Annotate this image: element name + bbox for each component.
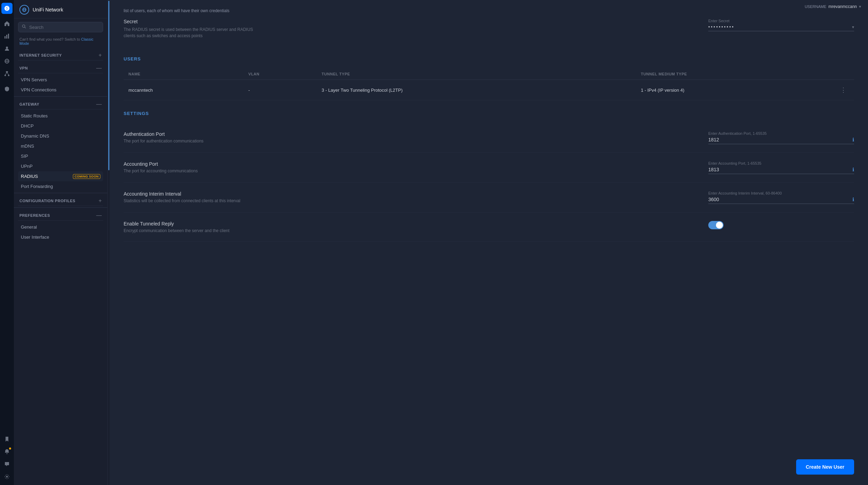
internet-security-expand-icon[interactable]: + xyxy=(99,52,102,58)
row-actions: ⋮ xyxy=(833,80,854,100)
preferences-collapse-icon[interactable]: — xyxy=(96,213,102,218)
col-actions xyxy=(833,68,854,80)
sidebar-header: UniFi Network xyxy=(14,0,107,18)
accounting-port-info-icon[interactable]: ℹ xyxy=(852,167,854,172)
sidebar-item-upnp[interactable]: UPnP xyxy=(18,161,103,171)
sidebar-item-dynamic-dns[interactable]: Dynamic DNS xyxy=(18,131,103,141)
vpn-connections-label: VPN Connections xyxy=(21,87,57,92)
sidebar-item-port-forwarding[interactable]: Port Forwarding xyxy=(18,181,103,191)
accounting-interval-info-icon[interactable]: ℹ xyxy=(852,197,854,202)
sidebar-content: INTERNET SECURITY + VPN — VPN Servers VP… xyxy=(14,49,107,485)
tunneled-reply-toggle[interactable] xyxy=(708,221,724,229)
sidebar-item-sip[interactable]: SIP xyxy=(18,151,103,161)
accounting-port-input[interactable] xyxy=(708,167,852,172)
nav-bookmarks-icon[interactable] xyxy=(1,434,12,445)
user-chevron[interactable]: ▾ xyxy=(859,4,861,9)
auth-port-input-label: Enter Authentication Port, 1-65535 xyxy=(708,131,854,135)
svg-rect-1 xyxy=(6,35,7,39)
secret-input-row: ▾ xyxy=(708,24,854,31)
dhcp-label: DHCP xyxy=(21,123,34,129)
search-input[interactable] xyxy=(29,25,99,30)
sidebar-item-vpn-servers[interactable]: VPN Servers xyxy=(18,75,103,85)
nav-stats-icon[interactable] xyxy=(1,31,12,42)
gateway-collapse-icon[interactable]: — xyxy=(96,101,102,107)
sidebar-item-static-routes[interactable]: Static Routes xyxy=(18,111,103,121)
auth-port-input[interactable] xyxy=(708,137,852,142)
nav-topology-icon[interactable] xyxy=(1,68,12,79)
sidebar-item-dhcp[interactable]: DHCP xyxy=(18,121,103,131)
auth-port-info-icon[interactable]: ℹ xyxy=(852,137,854,142)
row-tunnel-medium: 1 - IPv4 (IP version 4) xyxy=(636,80,833,100)
svg-point-16 xyxy=(22,25,25,27)
sidebar-section-config-profiles: CONFIGURATION PROFILES + xyxy=(14,195,107,206)
sidebar-scrollbar-thumb xyxy=(108,1,109,171)
accounting-interval-field: Accounting Interim Interval Statistics w… xyxy=(124,183,854,213)
dynamic-dns-label: Dynamic DNS xyxy=(21,133,49,139)
nav-clients-icon[interactable] xyxy=(1,43,12,54)
auth-port-input-row: ℹ xyxy=(708,137,854,144)
col-name: NAME xyxy=(124,68,243,80)
accounting-interval-input-row: ℹ xyxy=(708,197,854,204)
row-name: mccanntech xyxy=(124,80,243,100)
secret-input-label: Enter Secret xyxy=(708,19,854,23)
preferences-header: PREFERENCES — xyxy=(18,209,103,221)
sidebar-item-vpn-connections[interactable]: VPN Connections xyxy=(18,85,103,95)
main-content: list of users, each of whom will have th… xyxy=(110,0,868,485)
classic-mode-hint: Can't find what you need? Switch to Clas… xyxy=(14,36,107,49)
scroll-hint-text: list of users, each of whom will have th… xyxy=(124,7,854,13)
nav-bell-icon[interactable] xyxy=(1,446,12,457)
config-profiles-header: CONFIGURATION PROFILES + xyxy=(18,195,103,206)
network-icon xyxy=(19,5,29,15)
sidebar-item-radius[interactable]: RADIUS COMING SOON xyxy=(18,171,103,181)
top-bar: USERNAME mrevanmccann ▾ xyxy=(798,0,868,13)
unifi-logo[interactable] xyxy=(1,3,12,14)
secret-input[interactable] xyxy=(708,24,852,30)
username-label: USERNAME xyxy=(805,5,826,9)
nav-chat-icon[interactable] xyxy=(1,459,12,470)
accounting-port-input-label: Enter Accounting Port, 1-65535 xyxy=(708,161,854,165)
svg-line-10 xyxy=(5,73,7,75)
vpn-title: VPN xyxy=(19,66,28,70)
sidebar-section-preferences: PREFERENCES — General User Interface xyxy=(14,209,107,242)
auth-port-right: Enter Authentication Port, 1-65535 ℹ xyxy=(708,131,854,144)
auth-port-title: Authentication Port xyxy=(124,131,256,137)
svg-point-12 xyxy=(6,476,8,478)
accounting-port-input-row: ℹ xyxy=(708,167,854,174)
nav-network-icon[interactable] xyxy=(1,56,12,67)
general-label: General xyxy=(21,224,37,230)
user-interface-label: User Interface xyxy=(21,235,49,240)
sidebar-item-user-interface[interactable]: User Interface xyxy=(18,232,103,242)
nav-shield-icon[interactable] xyxy=(1,83,12,94)
sidebar: UniFi Network Can't find what you need? … xyxy=(14,0,108,485)
accounting-port-desc: The port for accounting communications xyxy=(124,168,256,173)
sidebar-scrollbar[interactable] xyxy=(108,0,110,485)
accounting-port-left: Accounting Port The port for accounting … xyxy=(124,161,256,173)
config-profiles-expand-icon[interactable]: + xyxy=(99,198,102,204)
col-tunnel-type: TUNNEL TYPE xyxy=(317,68,636,80)
username-value: mrevanmccann xyxy=(828,4,857,9)
radius-label: RADIUS xyxy=(21,174,38,179)
nav-home-icon[interactable] xyxy=(1,18,12,29)
create-new-user-button[interactable]: Create New User xyxy=(796,459,854,475)
tunneled-reply-desc: Encrypt communication between the server… xyxy=(124,228,256,233)
accounting-interval-desc: Statistics will be collected from connec… xyxy=(124,198,256,203)
accounting-interval-input[interactable] xyxy=(708,197,852,202)
table-row: mccanntech - 3 - Layer Two Tunneling Pro… xyxy=(124,80,854,100)
row-more-button[interactable]: ⋮ xyxy=(837,85,849,95)
internet-security-header: INTERNET SECURITY + xyxy=(18,49,103,60)
search-container[interactable] xyxy=(18,22,103,32)
settings-heading: SETTINGS xyxy=(124,111,854,116)
gateway-header: GATEWAY — xyxy=(18,98,103,109)
secret-chevron[interactable]: ▾ xyxy=(852,25,854,30)
sidebar-title: UniFi Network xyxy=(33,7,63,13)
sidebar-item-mdns[interactable]: mDNS xyxy=(18,141,103,151)
nav-settings-icon[interactable] xyxy=(1,471,12,482)
sidebar-item-general[interactable]: General xyxy=(18,222,103,232)
secret-left: Secret The RADIUS secret is used between… xyxy=(124,19,256,39)
icon-bar xyxy=(0,0,14,485)
preferences-title: PREFERENCES xyxy=(19,213,50,217)
vpn-collapse-icon[interactable]: — xyxy=(96,65,102,71)
radius-badge: COMING SOON xyxy=(73,174,100,179)
accounting-interval-left: Accounting Interim Interval Statistics w… xyxy=(124,191,256,203)
static-routes-label: Static Routes xyxy=(21,113,48,118)
